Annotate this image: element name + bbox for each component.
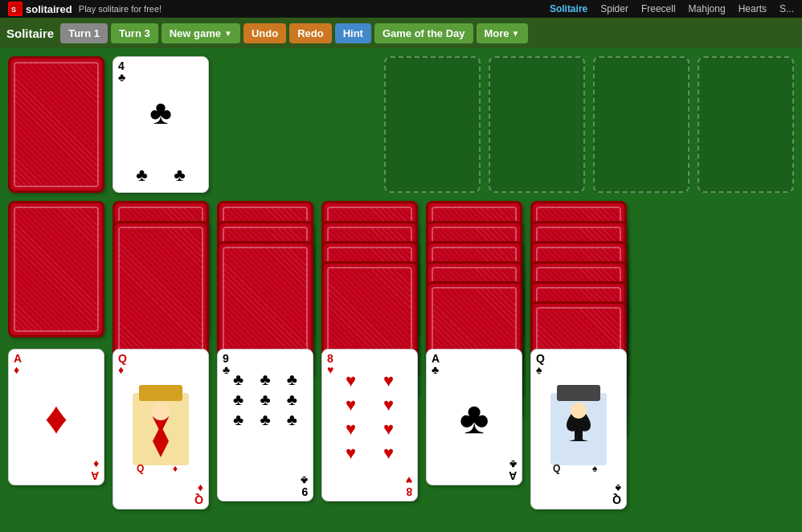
col5-face-ace-clubs[interactable]: A♣ ♣ A♣ <box>426 349 522 485</box>
svg-text:Q: Q <box>137 463 144 474</box>
game-title: Solitaire <box>6 27 54 40</box>
tagline: Play solitaire for free! <box>79 4 162 14</box>
ace-c-top: A♣ <box>432 353 440 375</box>
eight-h-pips: ♥ ♥ ♥ ♥ ♥ ♥ ♥ ♥ <box>325 353 414 470</box>
tableau-col-4: 8♥ ♥ ♥ ♥ ♥ ♥ ♥ ♥ ♥ 8♥ <box>321 201 418 501</box>
eight-h-top: 8♥ <box>327 353 333 375</box>
tableau: A♦ ♦ A♦ Q♦ <box>8 201 794 509</box>
q-s-top: Q♠ <box>536 353 545 375</box>
stock-pile[interactable] <box>8 56 104 193</box>
tableau-col-5: A♣ ♣ A♣ <box>426 201 522 485</box>
col6-face-queen-spades[interactable]: Q♠ Q ♠ Q♠ <box>530 349 627 509</box>
ace-c-bottom: A♣ <box>509 459 517 481</box>
nine-c-top: 9♣ <box>223 353 230 375</box>
nav-spider[interactable]: Spider <box>600 3 628 14</box>
toolbar: Solitaire Turn 1 Turn 3 New game ▼ Undo … <box>0 18 802 48</box>
q-d-center: Q ♦ <box>117 353 205 505</box>
ace-d-top: A♦ <box>14 353 22 375</box>
game-of-day-button[interactable]: Game of the Day <box>374 23 473 43</box>
more-dropdown-arrow: ▼ <box>512 29 520 38</box>
nine-c-bottom: 9♣ <box>301 475 308 497</box>
logo-icon: S <box>8 2 23 16</box>
foundation-2[interactable] <box>489 56 585 193</box>
nav-solitaire[interactable]: Solitaire <box>550 3 587 14</box>
svg-point-7 <box>151 401 170 420</box>
col2-back-2[interactable] <box>113 221 209 358</box>
waste-center: ♣ <box>117 60 205 165</box>
game-area: 4♣ ♣ ♣♣ A♦ ♦ A♦ <box>0 48 802 532</box>
ace-d-bottom: A♦ <box>91 459 99 481</box>
nav-mahjong[interactable]: Mahjong <box>689 3 726 14</box>
col4-face-8-hearts[interactable]: 8♥ ♥ ♥ ♥ ♥ ♥ ♥ ♥ ♥ 8♥ <box>321 349 418 501</box>
nav-freecell[interactable]: Freecell <box>641 3 676 14</box>
turn1-button[interactable]: Turn 1 <box>60 23 108 43</box>
col1-back-1[interactable] <box>8 201 104 338</box>
svg-rect-4 <box>139 385 182 401</box>
foundation-1[interactable] <box>384 56 481 193</box>
waste-pips-bottom: ♣♣ <box>117 165 205 189</box>
waste-pile[interactable]: 4♣ ♣ ♣♣ <box>113 56 209 193</box>
new-game-dropdown-arrow: ▼ <box>224 29 232 38</box>
svg-point-14 <box>571 403 587 419</box>
col2-face-queen-diamonds[interactable]: Q♦ Q ♦ <box>113 349 209 509</box>
nav-hearts[interactable]: Hearts <box>739 3 767 14</box>
col4-backs <box>321 201 418 289</box>
logo-text: solitaired <box>26 3 72 15</box>
tableau-col-3: 9♣ ♣ ♣ ♣ ♣ ♣ ♣ ♣ ♣ ♣ 9♣ <box>217 201 313 501</box>
ace-d-center: ♦ <box>12 353 100 481</box>
col6-backs <box>530 201 627 329</box>
foundation-3[interactable] <box>593 56 689 193</box>
col1-face-ace-diamonds[interactable]: A♦ ♦ A♦ <box>8 349 104 485</box>
nav-more[interactable]: S... <box>779 3 794 14</box>
redo-button[interactable]: Redo <box>289 23 332 43</box>
tableau-col-6: Q♠ Q ♠ Q♠ <box>530 201 627 509</box>
nav-links: Solitaire Spider Freecell Mahjong Hearts… <box>550 3 794 14</box>
hint-button[interactable]: Hint <box>335 23 371 43</box>
undo-button[interactable]: Undo <box>243 23 286 43</box>
ace-c-center: ♣ <box>430 353 518 481</box>
col3-face-9-clubs[interactable]: 9♣ ♣ ♣ ♣ ♣ ♣ ♣ ♣ ♣ ♣ 9♣ <box>217 349 313 501</box>
top-row: 4♣ ♣ ♣♣ <box>8 56 794 193</box>
waste-rank-top: 4♣ <box>118 60 125 83</box>
more-button[interactable]: More ▼ <box>477 23 528 43</box>
queen-spades-art: Q ♠ <box>542 377 615 481</box>
queen-diamonds-art: Q ♦ <box>125 377 197 481</box>
col1-backs <box>8 201 104 229</box>
q-s-bottom: Q♠ <box>612 483 621 505</box>
q-s-center: Q ♠ <box>534 353 623 505</box>
tableau-col-2: Q♦ Q ♦ <box>113 201 209 509</box>
tableau-col-1: A♦ ♦ A♦ <box>8 201 104 485</box>
top-navigation: S solitaired Play solitaire for free! So… <box>0 0 802 18</box>
col5-backs <box>426 201 522 309</box>
nav-left: S solitaired Play solitaire for free! <box>8 2 162 16</box>
q-d-bottom: Q♦ <box>194 483 203 505</box>
col2-backs <box>113 201 209 249</box>
logo[interactable]: S solitaired <box>8 2 72 16</box>
new-game-button[interactable]: New game ▼ <box>162 23 240 43</box>
svg-text:♠: ♠ <box>592 463 598 474</box>
svg-text:S: S <box>11 6 16 14</box>
nine-c-pips: ♣ ♣ ♣ ♣ ♣ ♣ ♣ ♣ ♣ <box>221 353 309 434</box>
q-d-top: Q♦ <box>118 353 127 375</box>
foundation-4[interactable] <box>698 56 794 193</box>
eight-h-bottom: 8♥ <box>406 475 412 497</box>
svg-rect-12 <box>557 385 600 401</box>
col3-backs <box>217 201 313 269</box>
svg-text:Q: Q <box>553 463 560 474</box>
svg-text:♦: ♦ <box>173 463 178 474</box>
turn3-button[interactable]: Turn 3 <box>111 23 158 43</box>
